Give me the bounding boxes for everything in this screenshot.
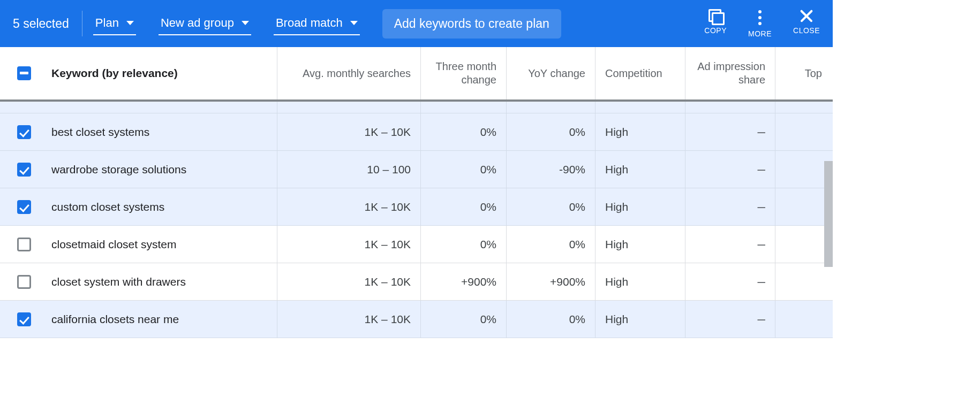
row-competition: High	[595, 188, 685, 225]
row-checkbox[interactable]	[17, 163, 31, 177]
row-three-month-change: 0%	[421, 113, 507, 150]
match-dropdown[interactable]: Broad match	[274, 12, 360, 35]
row-competition: High	[595, 263, 685, 300]
header-competition[interactable]: Competition	[595, 47, 685, 100]
vertical-scrollbar[interactable]	[824, 161, 833, 267]
toolbar-divider	[82, 11, 82, 36]
toolbar-right-actions: COPY MORE CLOSE	[704, 9, 820, 38]
row-checkbox[interactable]	[17, 125, 31, 139]
row-ad-impression-share: –	[685, 151, 775, 188]
row-checkbox-cell	[0, 263, 48, 300]
row-checkbox[interactable]	[17, 200, 31, 214]
table-spacer-row	[0, 102, 833, 113]
add-keywords-button[interactable]: Add keywords to create plan	[382, 9, 561, 39]
row-ad-impression-share: –	[685, 226, 775, 263]
header-checkbox-cell	[0, 47, 48, 100]
close-button[interactable]: CLOSE	[793, 9, 820, 35]
row-yoy-change: 0%	[507, 226, 595, 263]
table-row[interactable]: custom closet systems1K – 10K0%0%High–	[0, 188, 833, 226]
row-avg-searches: 1K – 10K	[277, 188, 421, 225]
row-checkbox[interactable]	[17, 238, 31, 251]
header-keyword[interactable]: Keyword (by relevance)	[48, 47, 277, 100]
row-keyword: wardrobe storage solutions	[48, 151, 277, 188]
header-top-bid[interactable]: Top	[775, 47, 832, 100]
row-checkbox-cell	[0, 188, 48, 225]
row-top-bid	[775, 188, 832, 225]
chevron-down-icon	[126, 21, 134, 25]
header-ad-impression-share[interactable]: Ad impressionshare	[685, 47, 775, 100]
row-yoy-change: -90%	[507, 151, 595, 188]
row-three-month-change: 0%	[421, 301, 507, 338]
row-avg-searches: 10 – 100	[277, 151, 421, 188]
row-checkbox[interactable]	[17, 312, 31, 326]
row-three-month-change: 0%	[421, 226, 507, 263]
row-avg-searches: 1K – 10K	[277, 301, 421, 338]
table-row[interactable]: closet system with drawers1K – 10K+900%+…	[0, 263, 833, 301]
table-header-row: Keyword (by relevance) Avg. monthly sear…	[0, 47, 833, 102]
row-top-bid	[775, 301, 832, 338]
row-competition: High	[595, 301, 685, 338]
row-keyword: closetmaid closet system	[48, 226, 277, 263]
right-panel	[833, 47, 980, 338]
row-yoy-change: +900%	[507, 263, 595, 300]
header-three-month-change[interactable]: Three monthchange	[421, 47, 507, 100]
adgroup-dropdown-label: New ad group	[161, 16, 234, 30]
row-three-month-change: 0%	[421, 188, 507, 225]
chevron-down-icon	[350, 21, 358, 25]
row-checkbox-cell	[0, 113, 48, 150]
selection-toolbar: 5 selected Plan New ad group Broad match…	[0, 0, 833, 47]
row-keyword: california closets near me	[48, 301, 277, 338]
copy-button-label: COPY	[704, 26, 727, 35]
table-row[interactable]: wardrobe storage solutions10 – 1000%-90%…	[0, 151, 833, 188]
table-row[interactable]: closetmaid closet system1K – 10K0%0%High…	[0, 226, 833, 263]
row-checkbox-cell	[0, 151, 48, 188]
copy-button[interactable]: COPY	[704, 9, 727, 35]
row-ad-impression-share: –	[685, 113, 775, 150]
close-button-label: CLOSE	[793, 26, 820, 35]
row-top-bid	[775, 113, 832, 150]
keywords-table: Keyword (by relevance) Avg. monthly sear…	[0, 47, 833, 338]
row-avg-searches: 1K – 10K	[277, 113, 421, 150]
row-avg-searches: 1K – 10K	[277, 226, 421, 263]
row-checkbox[interactable]	[17, 275, 31, 289]
row-top-bid	[775, 226, 832, 263]
more-button-label: MORE	[748, 29, 772, 38]
plan-dropdown[interactable]: Plan	[93, 12, 136, 35]
row-yoy-change: 0%	[507, 188, 595, 225]
row-checkbox-cell	[0, 301, 48, 338]
row-yoy-change: 0%	[507, 301, 595, 338]
row-competition: High	[595, 226, 685, 263]
main-content: Keyword (by relevance) Avg. monthly sear…	[0, 47, 980, 338]
header-avg-searches[interactable]: Avg. monthly searches	[277, 47, 421, 100]
row-avg-searches: 1K – 10K	[277, 263, 421, 300]
row-yoy-change: 0%	[507, 113, 595, 150]
adgroup-dropdown[interactable]: New ad group	[159, 12, 251, 35]
plan-dropdown-label: Plan	[95, 16, 119, 30]
more-vert-icon	[758, 9, 762, 26]
row-ad-impression-share: –	[685, 263, 775, 300]
row-checkbox-cell	[0, 226, 48, 263]
row-keyword: closet system with drawers	[48, 263, 277, 300]
table-body: best closet systems1K – 10K0%0%High–ward…	[0, 113, 833, 338]
row-ad-impression-share: –	[685, 301, 775, 338]
more-button[interactable]: MORE	[748, 9, 772, 38]
row-top-bid	[775, 263, 832, 300]
chevron-down-icon	[242, 21, 249, 25]
close-icon	[800, 9, 813, 23]
table-row[interactable]: best closet systems1K – 10K0%0%High–	[0, 113, 833, 151]
row-competition: High	[595, 151, 685, 188]
row-top-bid	[775, 151, 832, 188]
header-yoy-change[interactable]: YoY change	[507, 47, 595, 100]
row-three-month-change: 0%	[421, 151, 507, 188]
match-dropdown-label: Broad match	[276, 16, 343, 30]
select-all-checkbox[interactable]	[17, 66, 31, 80]
row-competition: High	[595, 113, 685, 150]
selected-count-label: 5 selected	[13, 17, 82, 31]
table-row[interactable]: california closets near me1K – 10K0%0%Hi…	[0, 301, 833, 338]
row-three-month-change: +900%	[421, 263, 507, 300]
row-keyword: custom closet systems	[48, 188, 277, 225]
copy-icon	[708, 9, 722, 23]
row-keyword: best closet systems	[48, 113, 277, 150]
row-ad-impression-share: –	[685, 188, 775, 225]
